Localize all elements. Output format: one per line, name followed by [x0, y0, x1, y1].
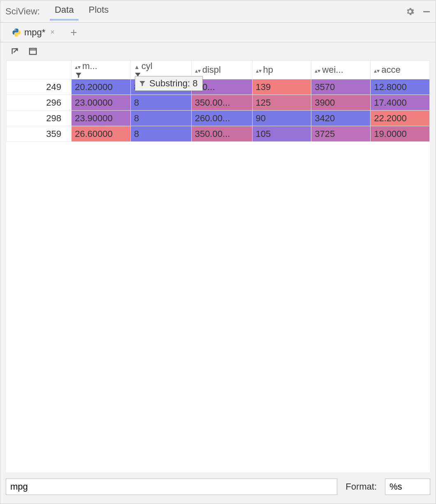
tab-data[interactable]: Data [47, 3, 81, 20]
funnel-icon [139, 80, 146, 87]
add-tab-icon[interactable]: + [70, 26, 77, 39]
file-tab-label: mpg* [24, 27, 45, 38]
expression-input[interactable] [6, 479, 337, 495]
filter-tooltip-text: Substring: 8 [149, 78, 197, 89]
gear-icon[interactable] [405, 7, 415, 16]
cell[interactable]: 350.00... [191, 95, 252, 111]
cell[interactable]: 125 [252, 95, 311, 111]
cell[interactable]: 19.0000 [371, 126, 430, 142]
table-row[interactable]: 29623.000008350.00...125390017.4000 [7, 95, 430, 111]
format-label: Format: [346, 481, 377, 492]
minimize-icon[interactable] [422, 7, 431, 16]
column-header-hp[interactable]: ▴▾hp [252, 61, 311, 79]
svg-rect-1 [30, 49, 37, 55]
cell[interactable]: 3420 [311, 111, 371, 126]
row-index: 296 [7, 95, 72, 111]
table-row[interactable]: 29823.900008260.00...90342022.2000 [7, 111, 430, 126]
cell[interactable]: 12.8000 [371, 79, 430, 95]
cell[interactable]: 3570 [311, 79, 371, 95]
cell[interactable]: 17.4000 [371, 95, 430, 111]
column-header-wei...[interactable]: ▴▾wei... [311, 61, 371, 79]
cell[interactable]: 105 [252, 126, 311, 142]
column-header-m...[interactable]: ▴▾m... [71, 61, 130, 79]
file-tab-bar: mpg* × + [0, 23, 436, 42]
cell[interactable]: 3900 [311, 95, 371, 111]
sciview-topbar: SciView: Data Plots [0, 0, 436, 23]
data-grid-area: ▴▾m...▲cyl▴▾displ▴▾hp▴▾wei...▴▾acce 2492… [6, 60, 430, 472]
column-header-index[interactable] [7, 61, 72, 79]
cell[interactable]: 22.2000 [371, 111, 430, 126]
open-in-window-icon[interactable] [10, 47, 19, 56]
funnel-icon[interactable] [75, 72, 127, 79]
cell[interactable]: 8 [130, 111, 191, 126]
filter-tooltip: Substring: 8 [135, 76, 203, 91]
cell[interactable]: 90 [252, 111, 311, 126]
data-view-toolbar [0, 42, 436, 60]
cell[interactable]: 20.20000 [71, 79, 130, 95]
window-icon[interactable] [28, 47, 37, 56]
panel-title: SciView: [5, 6, 40, 17]
cell[interactable]: 350.00... [191, 126, 252, 142]
cell[interactable]: 8 [130, 126, 191, 142]
column-header-acce[interactable]: ▴▾acce [371, 61, 430, 79]
cell[interactable]: 8 [130, 95, 191, 111]
cell[interactable]: 260.00... [191, 111, 252, 126]
cell[interactable]: 23.90000 [71, 111, 130, 126]
row-index: 298 [7, 111, 72, 126]
header-row: ▴▾m...▲cyl▴▾displ▴▾hp▴▾wei...▴▾acce [7, 61, 430, 79]
cell[interactable]: 3725 [311, 126, 371, 142]
row-index: 249 [7, 79, 72, 95]
tab-plots[interactable]: Plots [81, 3, 116, 20]
cell[interactable]: 26.60000 [71, 126, 130, 142]
cell[interactable]: 23.00000 [71, 95, 130, 111]
table-row[interactable]: 24920.200008.00...139357012.8000 [7, 79, 430, 95]
python-icon [12, 28, 21, 37]
data-grid[interactable]: ▴▾m...▲cyl▴▾displ▴▾hp▴▾wei...▴▾acce 2492… [6, 60, 430, 142]
close-tab-icon[interactable]: × [50, 28, 55, 37]
svg-rect-0 [423, 11, 430, 12]
table-row[interactable]: 35926.600008350.00...105372519.0000 [7, 126, 430, 142]
expression-bar: Format: [6, 478, 430, 496]
row-index: 359 [7, 126, 72, 142]
file-tab-mpg[interactable]: mpg* × [8, 25, 59, 39]
cell[interactable]: 139 [252, 79, 311, 95]
format-input[interactable] [385, 479, 430, 495]
